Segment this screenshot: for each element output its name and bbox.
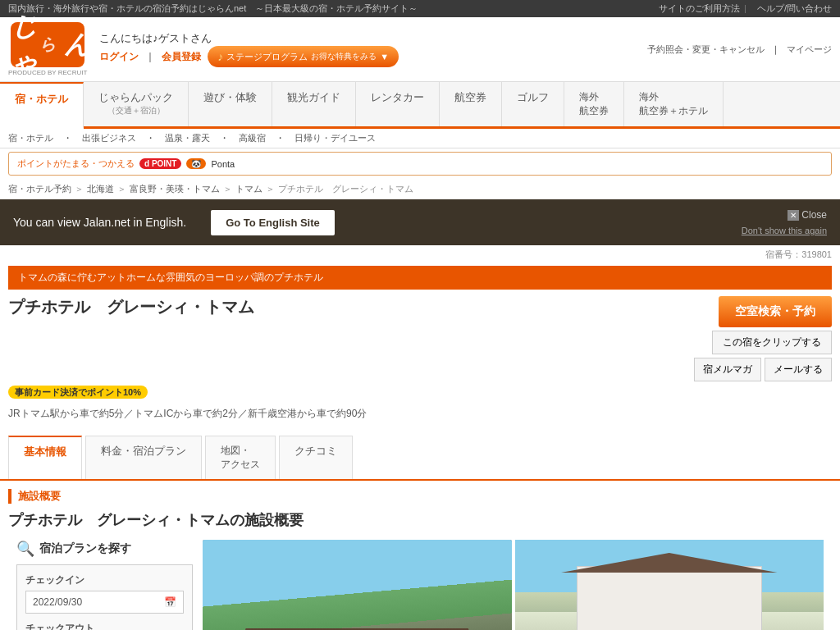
early-card-badge: 事前カード決済でポイント10% [8,386,148,399]
en-notice-left: You can view Jalan.net in English. Go To… [13,210,335,235]
subnav-hotel[interactable]: 宿・ホテル [8,132,53,144]
sub-nav: 宿・ホテル ・ 出張ビジネス ・ 温泉・露天 ・ 高級宿 ・ 日帰り・デイユース [0,129,840,148]
tab-guide[interactable]: 観光ガイド [272,82,356,126]
breadcrumb-hotel[interactable]: 宿・ホテル予約 [8,183,71,195]
tab-golf[interactable]: ゴルフ [502,82,564,126]
checkin-value: 2022/09/30 [33,596,82,608]
facility-title: プチホテル グレーシィ・トマムの施設概要 [8,510,832,530]
dont-show-link[interactable]: Don't show this again [742,226,827,235]
mail-button[interactable]: メールする [765,358,832,381]
points-label: ポイントがたまる・つかえる [17,158,135,170]
breadcrumb-hokkaido[interactable]: 北海道 [87,183,114,195]
breadcrumb-furano[interactable]: 富良野・美瑛・トマム [130,183,220,195]
ponta-label: Ponta [211,159,235,169]
stage-button[interactable]: ♪ ステージプログラム お得な特典をみる ▼ [208,46,399,67]
search-icon: 🔍 [16,540,34,558]
english-notice: You can view Jalan.net in English. Go To… [0,199,840,245]
x-icon: ✕ [788,210,799,221]
tab-plan[interactable]: 料金・宿泊プラン [85,436,202,479]
header-auth: ログイン ｜ 会員登録 ♪ ステージプログラム お得な特典をみる ▼ [99,46,635,67]
search-section: 🔍 宿泊プランを探す チェックイン 2022/09/30 📅 チェックアウト 2… [8,540,832,630]
tab-activity[interactable]: 遊び・体験 [189,82,272,126]
top-bar-right: サイトのご利用方法 | ヘルプ/問い合わせ [652,2,832,15]
header-center: こんにちは♪ゲストさん ログイン ｜ 会員登録 ♪ ステージプログラム お得な特… [99,31,635,67]
stage-label: ステージプログラム [226,51,308,63]
photo-top-right[interactable] [515,540,824,630]
tab-basic[interactable]: 基本情報 [8,436,82,479]
search-form-title: 🔍 宿泊プランを探す [16,540,193,558]
hotel-title-section: プチホテル グレーシィ・トマム [8,296,254,318]
sep1: | [744,3,746,13]
tab-intl-hotel[interactable]: 海外航空券＋ホテル [624,82,724,126]
en-close-button[interactable]: ✕ Close [788,209,827,221]
dpoint-badge: d POINT [139,158,181,169]
hotel-tagline: トマムの森に佇むアットホームな雰囲気のヨーロッパ調のプチホテル [8,266,832,290]
nav-tabs: 宿・ホテル じゃらんパック（交通＋宿泊） 遊び・体験 観光ガイド レンタカー 航… [0,82,840,129]
bc-sep1: ＞ [75,183,84,195]
en-notice-text: You can view Jalan.net in English. [13,216,186,229]
calendar-icon: 📅 [164,596,176,608]
tab-intl-flight[interactable]: 海外航空券 [564,82,624,126]
subnav-luxury[interactable]: 高級宿 [239,132,266,144]
subnav-daytrip[interactable]: 日帰り・デイユース [294,132,376,144]
top-bar: 国内旅行・海外旅行や宿・ホテルの宿泊予約はじゃらんnet ～日本最大級の宿・ホテ… [0,0,840,17]
photo-grid [203,540,824,630]
mail-mag-button[interactable]: 宿メルマガ [694,358,761,381]
hotel-title: プチホテル グレーシィ・トマム [8,296,254,318]
hotel-actions: 空室検索・予約 この宿をクリップする 宿メルマガ メールする [694,296,832,381]
close-label: Close [801,209,827,221]
breadcrumb-tomamu[interactable]: トマム [235,183,262,195]
reserve-manage-link[interactable]: 予約照会・変更・キャンセル [647,43,765,56]
stage-sub: お得な特典をみる [311,51,377,62]
bc-sep3: ＞ [223,183,232,195]
points-bar: ポイントがたまる・つかえる d POINT 🐼 Ponta [8,152,832,176]
register-link[interactable]: 会員登録 [162,50,201,64]
search-box: チェックイン 2022/09/30 📅 チェックアウト 2022/10/01 📅… [16,564,193,630]
help-link[interactable]: サイトのご利用方法 [659,3,740,13]
photo-main[interactable] [203,540,512,630]
chevron-down-icon: ▼ [380,52,389,62]
mail-row: 宿メルマガ メールする [694,358,832,381]
info-tabs: 基本情報 料金・宿泊プラン 地図・アクセス クチコミ [0,436,840,481]
tab-flight[interactable]: 航空券 [440,82,502,126]
greeting: こんにちは♪ゲストさん [99,31,635,46]
bc-sep2: ＞ [117,183,126,195]
hotel-title-row: プチホテル グレーシィ・トマム 空室検索・予約 この宿をクリップする 宿メルマガ… [0,290,840,385]
breadcrumb-current: プチホテル グレーシィ・トマム [278,183,413,195]
auth-sep: ｜ [145,50,155,64]
top-bar-left: 国内旅行・海外旅行や宿・ホテルの宿泊予約はじゃらんnet ～日本最大級の宿・ホテ… [8,2,418,15]
checkin-input[interactable]: 2022/09/30 📅 [25,591,184,614]
reserve-button[interactable]: 空室検索・予約 [719,296,832,327]
checkin-label: チェックイン [25,573,184,587]
header-nav-right: 予約照会・変更・キャンセル ｜ マイページ [647,43,832,56]
tab-review[interactable]: クチコミ [279,436,353,479]
subnav-business[interactable]: 出張ビジネス [82,132,136,144]
logo-wrap: じゃ ら ん PRODUCED BY RECRUIT [8,22,87,76]
header: じゃ ら ん PRODUCED BY RECRUIT こんにちは♪ゲストさん ロ… [0,17,840,82]
mypage-link[interactable]: マイページ [787,43,832,56]
facility-section-label: 施設概要 [8,489,832,504]
go-to-english-button[interactable]: Go To English Site [211,210,335,235]
tab-pack[interactable]: じゃらんパック（交通＋宿泊） [84,82,189,126]
search-label: 宿泊プランを探す [39,541,131,556]
hotel-access: JRトマム駅から車で約5分／トマムICから車で約2分／新千歳空港から車で約90分 [0,404,840,429]
subnav-onsen[interactable]: 温泉・露天 [165,132,210,144]
login-link[interactable]: ログイン [99,50,139,64]
helpdesk-link[interactable]: ヘルプ/問い合わせ [757,3,832,13]
clip-button[interactable]: この宿をクリップする [712,331,832,354]
hotel-area: 宿番号：319801 トマムの森に佇むアットホームな雰囲気のヨーロッパ調のプチホ… [0,245,840,630]
tab-map[interactable]: 地図・アクセス [205,436,276,479]
logo-sub: PRODUCED BY RECRUIT [8,69,87,76]
facility-section: 施設概要 プチホテル グレーシィ・トマムの施設概要 🔍 宿泊プランを探す チェッ… [0,481,840,630]
facility-number: 宿番号：319801 [0,245,840,261]
breadcrumb: 宿・ホテル予約 ＞ 北海道 ＞ 富良野・美瑛・トマム ＞ トマム ＞ プチホテル… [0,179,840,199]
checkout-label: チェックアウト [25,622,184,630]
ponta-badge: 🐼 [186,158,206,169]
tab-rentalcar[interactable]: レンタカー [356,82,440,126]
tab-hotel[interactable]: 宿・ホテル [0,82,84,129]
bc-sep4: ＞ [266,183,275,195]
badge-row: 事前カード決済でポイント10% [0,385,840,404]
logo: じゃ ら ん [11,22,84,67]
en-notice-right: ✕ Close Don't show this again [742,209,827,235]
search-form: 🔍 宿泊プランを探す チェックイン 2022/09/30 📅 チェックアウト 2… [16,540,193,630]
